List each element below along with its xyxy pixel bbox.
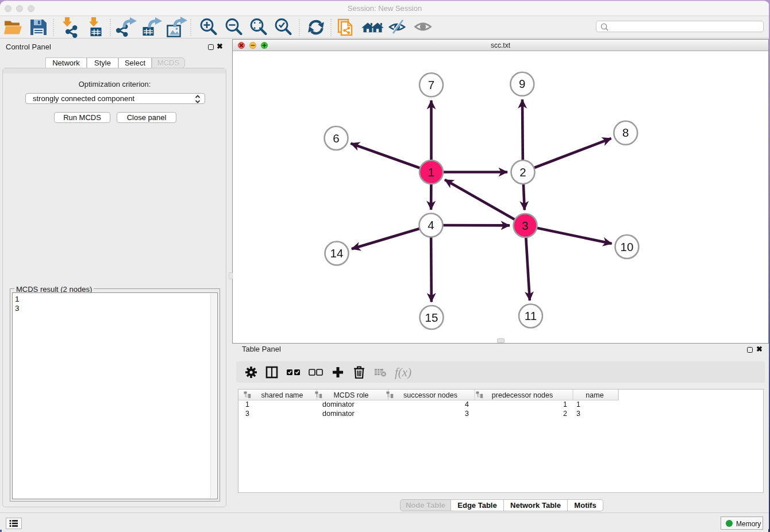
svg-text:name: name xyxy=(586,391,603,399)
svg-text:2: 2 xyxy=(519,165,526,179)
svg-text:4: 4 xyxy=(428,218,434,232)
svg-text:MCDS role: MCDS role xyxy=(333,391,368,399)
svg-text:8: 8 xyxy=(622,126,629,139)
svg-text:14: 14 xyxy=(330,246,344,260)
svg-text:10: 10 xyxy=(621,240,634,253)
svg-text:9: 9 xyxy=(519,77,525,90)
svg-text:6: 6 xyxy=(333,132,339,145)
svg-text:shared name: shared name xyxy=(261,391,303,399)
svg-text:predecessor nodes: predecessor nodes xyxy=(492,391,553,399)
svg-text:f(x): f(x) xyxy=(395,365,411,379)
svg-text:3: 3 xyxy=(522,219,528,232)
svg-text:7: 7 xyxy=(428,78,434,91)
svg-text:1: 1 xyxy=(428,165,434,179)
svg-text:15: 15 xyxy=(425,311,438,324)
svg-text:successor nodes: successor nodes xyxy=(403,391,457,399)
svg-text:11: 11 xyxy=(525,309,537,322)
